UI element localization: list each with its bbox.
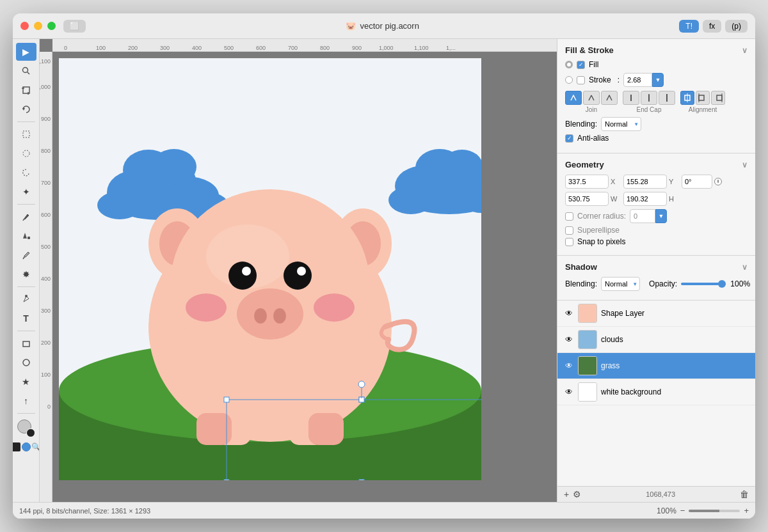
maximize-button[interactable] [47, 22, 56, 30]
layer-item-grass[interactable]: 👁 grass [557, 353, 755, 379]
delete-layer-button[interactable]: 🗑 [740, 489, 749, 499]
pen-tool-button[interactable] [16, 290, 36, 308]
zoom-in-button[interactable]: + [744, 506, 749, 515]
geo-rotation-input[interactable] [682, 175, 712, 189]
toolbar-divider-5 [17, 413, 35, 414]
shadow-blending-select[interactable]: Normal [601, 277, 640, 291]
shadow-opacity-slider[interactable] [681, 283, 726, 285]
layer-item-shape[interactable]: 👁 Shape Layer [557, 301, 755, 327]
layer-eye-shape[interactable]: 👁 [564, 308, 574, 318]
ruler-left: 1,100 1,000 900 800 700 600 500 400 300 … [40, 52, 52, 502]
ellipse-select-button[interactable] [16, 145, 36, 162]
svg-line-10 [23, 257, 24, 259]
add-layer-button[interactable]: + [564, 489, 569, 499]
anti-alias-checkbox[interactable]: ✓ [565, 134, 573, 143]
zoom-controls: 100% − + [657, 506, 749, 515]
layer-settings-button[interactable]: ⚙ [573, 489, 581, 499]
align-btn-3[interactable] [711, 91, 725, 105]
superellipse-checkbox[interactable] [565, 226, 573, 235]
geo-x-input[interactable] [565, 175, 609, 189]
endcap-btn-3[interactable] [659, 91, 675, 105]
rotate-tool-button[interactable] [16, 100, 36, 118]
align-btn-2[interactable] [696, 91, 710, 105]
svg-point-7 [23, 150, 29, 157]
align-btn-1[interactable] [680, 91, 694, 105]
stroke-input-wrapper: ▼ [623, 73, 664, 87]
toolbar-divider-2 [17, 204, 35, 205]
geo-row-1: X Y [565, 175, 748, 189]
shadow-section: Shadow ∨ Blending: Normal Opacity: 100% [557, 256, 755, 301]
fill-stroke-chevron[interactable]: ∨ [742, 46, 748, 55]
layer-item-white-bg[interactable]: 👁 white background [557, 379, 755, 405]
close-button[interactable] [20, 22, 29, 30]
layer-eye-grass[interactable]: 👁 [564, 361, 574, 371]
svg-point-46 [237, 288, 303, 340]
p-panel-button[interactable]: (p) [725, 20, 748, 33]
canvas-area[interactable]: 0 100 200 300 400 500 600 700 800 900 1,… [40, 39, 557, 502]
brush-tool-button[interactable] [16, 208, 36, 226]
eyedropper-button[interactable] [16, 246, 36, 264]
svg-rect-54 [308, 413, 344, 445]
snap-pixels-checkbox[interactable] [565, 238, 573, 246]
corner-radius-input[interactable] [630, 209, 655, 223]
geo-y-input[interactable] [623, 175, 667, 189]
geometry-section: Geometry ∨ X Y [557, 153, 755, 256]
endcap-btn-1[interactable] [623, 91, 639, 105]
ellipse-tool-button[interactable] [16, 354, 36, 372]
layer-item-clouds[interactable]: 👁 clouds [557, 327, 755, 353]
fill-checkbox[interactable]: ✓ [577, 61, 585, 69]
fill-tool-button[interactable] [16, 227, 36, 245]
lasso-tool-button[interactable] [16, 164, 36, 182]
select-tool-button[interactable]: ▶ [16, 43, 36, 61]
main-window: ⬜ 🐷 vector pig.acorn T! fx (p) ▶ [13, 13, 755, 519]
svg-point-22 [152, 149, 196, 185]
color-picker[interactable] [16, 418, 36, 439]
join-btn-1[interactable] [565, 91, 582, 105]
geometry-chevron[interactable]: ∨ [742, 160, 748, 169]
stroke-checkbox[interactable] [577, 76, 585, 84]
background-color[interactable] [22, 442, 31, 451]
rectangle-tool-button[interactable] [16, 334, 36, 352]
zoom-out-button[interactable]: − [680, 506, 685, 515]
blending-select-wrapper: Normal Multiply Screen [601, 117, 641, 131]
fx-panel-button[interactable]: fx [703, 20, 721, 33]
layer-eye-white-bg[interactable]: 👁 [564, 387, 574, 397]
join-btn-3[interactable] [601, 91, 618, 105]
stroke-radio[interactable] [565, 76, 573, 84]
corner-radius-dropdown[interactable]: ▼ [655, 209, 667, 223]
star-tool-button[interactable]: ★ [16, 373, 36, 391]
stroke-row: Stroke : ▼ [565, 73, 748, 87]
endcap-buttons [623, 91, 675, 105]
toolbar-divider-3 [17, 286, 35, 287]
layer-thumb-white-bg [578, 382, 597, 402]
zoom-slider[interactable] [689, 510, 740, 512]
geo-w-input[interactable] [565, 192, 609, 206]
magic-wand-button[interactable]: ✦ [16, 183, 36, 201]
zoom-tool-small[interactable]: 🔍 [32, 442, 40, 451]
minimize-button[interactable] [34, 22, 42, 30]
join-btn-2[interactable] [583, 91, 600, 105]
corner-radius-checkbox[interactable] [565, 212, 573, 221]
blending-select[interactable]: Normal Multiply Screen [601, 117, 641, 131]
crop-tool-button[interactable] [16, 81, 36, 99]
rotation-knob[interactable] [714, 178, 722, 185]
stroke-value-input[interactable] [623, 73, 652, 87]
svg-point-44 [242, 267, 251, 276]
layer-eye-clouds[interactable]: 👁 [564, 334, 574, 345]
stroke-dropdown-btn[interactable]: ▼ [652, 73, 664, 87]
arrow-shape-button[interactable]: ↑ [16, 392, 36, 410]
superellipse-row: Superellipse [565, 226, 748, 235]
tools-panel-button[interactable]: T! [679, 20, 699, 33]
fill-stroke-header: Fill & Stroke ∨ [565, 45, 748, 55]
text-tool-button[interactable]: T [16, 309, 36, 327]
endcap-btn-2[interactable] [641, 91, 657, 105]
zoom-tool-button[interactable] [16, 62, 36, 80]
svg-point-27 [388, 186, 433, 214]
magic-eraser-button[interactable]: ✸ [16, 265, 36, 283]
fill-radio[interactable] [565, 61, 573, 68]
marquee-tool-button[interactable] [16, 125, 36, 143]
foreground-color[interactable] [13, 442, 20, 451]
sidebar-toggle-button[interactable]: ⬜ [63, 20, 86, 33]
geo-h-input[interactable] [623, 192, 667, 206]
shadow-chevron[interactable]: ∨ [742, 263, 748, 272]
